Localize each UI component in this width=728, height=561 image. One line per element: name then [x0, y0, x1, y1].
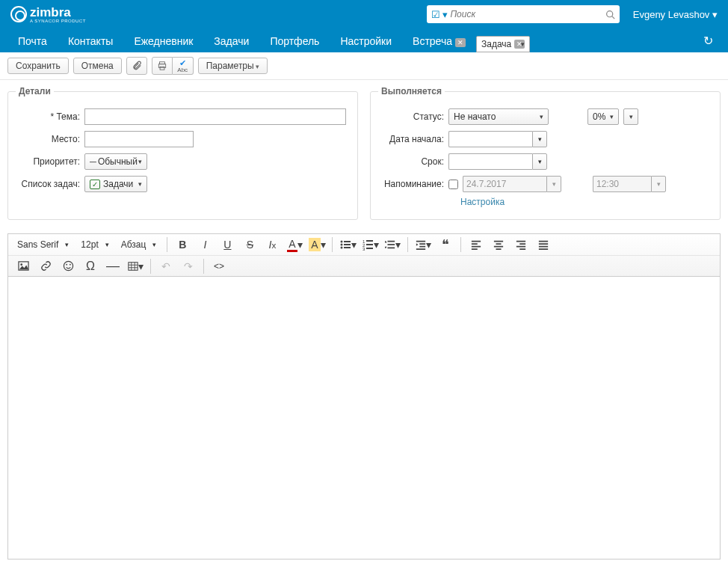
reminder-checkbox[interactable]	[448, 180, 458, 189]
bullet-list-icon	[339, 239, 351, 251]
italic-button[interactable]: I	[194, 236, 215, 254]
logo-icon	[10, 6, 27, 22]
insert-image-button[interactable]	[13, 257, 34, 275]
svg-point-41	[20, 263, 22, 266]
align-justify-button[interactable]	[533, 236, 554, 254]
search-box[interactable]: ☑ ▾	[427, 5, 620, 23]
close-icon[interactable]: ✕	[455, 38, 466, 47]
svg-rect-34	[516, 246, 525, 248]
align-left-icon	[471, 239, 481, 250]
reminder-setup-link[interactable]: Настройка	[460, 197, 505, 207]
status-select[interactable]: Не начато	[448, 108, 549, 125]
close-icon[interactable]: ✕	[514, 40, 525, 49]
tab-preferences[interactable]: Настройки	[330, 30, 402, 52]
due-input[interactable]	[448, 153, 532, 170]
tab-tasks[interactable]: Задачи	[203, 30, 259, 52]
subject-input[interactable]	[84, 108, 346, 125]
tab-mail[interactable]: Почта	[7, 30, 58, 52]
insert-link-button[interactable]	[35, 257, 56, 275]
align-left-button[interactable]	[466, 236, 487, 254]
due-label: Срок:	[378, 156, 444, 167]
tab-calendar[interactable]: Ежедневник	[123, 30, 203, 52]
insert-symbol-button[interactable]: Ω	[80, 257, 101, 275]
svg-rect-20	[416, 241, 425, 242]
svg-rect-8	[344, 244, 351, 245]
svg-text:3: 3	[363, 247, 365, 251]
startdate-input[interactable]	[448, 131, 532, 147]
highlight-button[interactable]: A ▾	[306, 236, 327, 254]
spellcheck-icon: ✔Abc	[177, 59, 188, 73]
indent-icon	[416, 239, 426, 250]
priority-select[interactable]: –Обычный	[84, 153, 147, 170]
source-code-button[interactable]: <>	[209, 257, 229, 275]
insert-table-button[interactable]: ▾	[125, 257, 146, 275]
search-filter-icon[interactable]: ☑ ▾	[431, 9, 448, 20]
due-picker[interactable]: ▾	[532, 153, 547, 170]
number-list-icon: 123	[362, 239, 374, 251]
tab-briefcase[interactable]: Портфель	[259, 30, 330, 52]
search-icon[interactable]	[605, 10, 615, 19]
reminder-label: Напоминание:	[378, 179, 444, 189]
tab-task[interactable]: Задача✕	[476, 36, 530, 52]
insert-emoji-button[interactable]	[58, 257, 78, 275]
text-color-button[interactable]: A ▾	[284, 236, 305, 254]
editor-body[interactable]	[7, 277, 721, 560]
progress-fieldset: Выполняется Статус: Не начато 0% Дата на…	[370, 86, 721, 220]
tasklist-select[interactable]: ✓Задачи	[84, 176, 147, 192]
align-center-button[interactable]	[488, 236, 509, 254]
location-label: Место:	[16, 134, 80, 144]
svg-rect-39	[539, 248, 548, 250]
percent-value[interactable]: 0%	[587, 108, 619, 125]
blockquote-button[interactable]: ❝	[435, 236, 456, 254]
bullet-list-button[interactable]: ▾	[337, 236, 358, 254]
reminder-date-picker: ▾	[546, 176, 561, 192]
insert-hr-button[interactable]: —	[102, 257, 123, 275]
indent-button[interactable]: ▾	[413, 236, 434, 254]
bold-button[interactable]: B	[172, 236, 193, 254]
align-center-icon	[493, 239, 504, 250]
percent-dropdown[interactable]	[623, 108, 638, 125]
location-input[interactable]	[84, 131, 194, 147]
spellcheck-button[interactable]: ✔Abc	[173, 57, 194, 75]
options-button[interactable]: Параметры	[198, 58, 268, 74]
font-size-select[interactable]: 12pt	[76, 236, 111, 253]
undo-button[interactable]: ↶	[155, 257, 176, 275]
number-list-button[interactable]: 123 ▾	[360, 236, 380, 254]
reminder-time-picker: ▾	[651, 176, 666, 192]
user-menu[interactable]: Evgeny Levashov ▾	[633, 9, 718, 20]
print-button[interactable]	[152, 57, 173, 75]
strike-button[interactable]: S	[239, 236, 260, 254]
svg-rect-35	[520, 248, 526, 250]
paperclip-icon	[132, 61, 142, 71]
refresh-button[interactable]: ↻	[696, 29, 721, 52]
underline-button[interactable]: U	[217, 236, 238, 254]
save-button[interactable]: Сохранить	[7, 58, 69, 74]
clear-format-button[interactable]: Ix	[262, 236, 283, 254]
progress-legend: Выполняется	[378, 86, 445, 96]
priority-label: Приоритет:	[16, 156, 80, 167]
cancel-button[interactable]: Отмена	[73, 58, 122, 74]
svg-rect-21	[419, 243, 425, 245]
svg-rect-32	[516, 241, 525, 242]
line-height-icon	[385, 239, 395, 250]
svg-rect-36	[539, 241, 548, 242]
svg-rect-29	[496, 243, 502, 245]
align-right-button[interactable]	[510, 236, 531, 254]
details-fieldset: Детали * Тема: Место: Приоритет: –Обычны…	[7, 86, 358, 220]
reminder-date-input	[463, 176, 546, 192]
search-input[interactable]	[450, 9, 605, 19]
svg-rect-19	[387, 248, 395, 249]
svg-point-0	[606, 10, 612, 16]
redo-button[interactable]: ↷	[178, 257, 199, 275]
svg-rect-28	[494, 241, 503, 242]
editor-toolbar: Sans Serif 12pt Абзац B I U S Ix A ▾ A ▾…	[7, 233, 721, 277]
font-family-select[interactable]: Sans Serif	[13, 236, 72, 253]
attach-button[interactable]	[126, 57, 147, 75]
tab-contacts[interactable]: Контакты	[58, 30, 123, 52]
startdate-picker[interactable]: ▾	[532, 131, 547, 147]
tab-meeting[interactable]: Встреча✕	[402, 30, 476, 52]
task-icon: ✓	[90, 180, 100, 189]
paragraph-select[interactable]: Абзац	[117, 236, 160, 253]
svg-rect-12	[366, 240, 373, 242]
line-height-button[interactable]: ▾	[382, 236, 403, 254]
